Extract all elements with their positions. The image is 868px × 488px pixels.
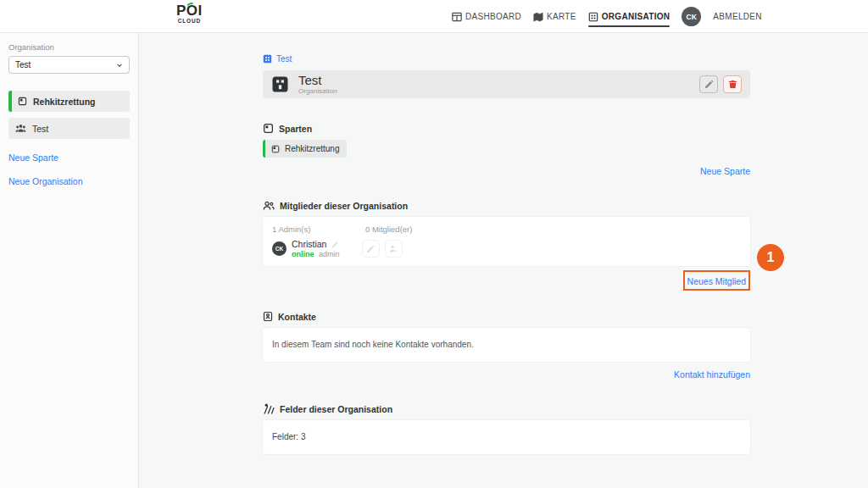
organisation-actions	[699, 75, 742, 93]
member-edit-hint-icon	[331, 241, 339, 248]
members-icon	[263, 201, 275, 211]
remove-member-button[interactable]	[385, 240, 403, 258]
fields-heading: Felder dieser Organisation	[263, 403, 750, 414]
members-card: 1 Admin(s) 0 Mitglied(er) CK Christian o…	[263, 217, 750, 266]
pencil-icon	[704, 80, 714, 89]
contacts-empty-text: In diesem Team sind noch keine Kontakte …	[272, 336, 741, 354]
main-content: Test Test Organisation Sparten	[263, 33, 750, 454]
sparte-chip-label: Rehkitzrettung	[285, 144, 339, 153]
kontakt-hinzufuegen-link[interactable]: Kontakt hinzufügen	[674, 369, 750, 380]
person-remove-icon	[389, 245, 398, 253]
pencil-icon	[366, 245, 375, 253]
annotation-highlight: Neues Mitglied	[683, 270, 750, 291]
team-icon	[15, 124, 26, 133]
organisation-header-text: Test Organisation	[298, 74, 337, 95]
member-counts: 1 Admin(s) 0 Mitglied(er)	[272, 225, 741, 234]
sidebar-organisation-label: Organisation	[8, 42, 130, 52]
breadcrumb-label: Test	[276, 54, 292, 64]
top-navigation: DASHBOARD KARTE ORGANISATION CK ABMELDEN	[452, 0, 762, 33]
edit-organisation-button[interactable]	[699, 75, 718, 93]
nav-karte-label: KARTE	[547, 12, 576, 21]
sidebar-neue-sparte-link[interactable]: Neue Sparte	[8, 152, 130, 163]
member-name: Christian	[292, 239, 326, 250]
contact-icon	[263, 311, 273, 322]
sidebar-item-label: Test	[32, 124, 48, 134]
organisation-title: Test	[298, 74, 337, 86]
fields-summary: Felder: 3	[272, 428, 741, 446]
sidebar-item-test[interactable]: Test	[8, 118, 130, 139]
organisation-icon	[271, 75, 289, 93]
sparte-icon	[271, 145, 280, 153]
member-count: 0 Mitglied(er)	[365, 225, 412, 234]
organisation-icon	[588, 12, 598, 22]
members-heading: Mitglieder dieser Organisation	[263, 201, 750, 211]
app-logo[interactable]: POI CLOUD	[176, 3, 203, 25]
logo-subtitle: CLOUD	[176, 19, 203, 25]
contacts-card: In diesem Team sind noch keine Kontakte …	[263, 328, 750, 362]
chevron-down-icon	[116, 62, 123, 69]
sparte-chip-rehkitzrettung[interactable]: Rehkitzrettung	[263, 140, 347, 158]
neues-mitglied-link[interactable]: Neues Mitglied	[687, 276, 746, 286]
member-role: admin	[319, 250, 340, 258]
fields-heading-label: Felder dieser Organisation	[280, 404, 392, 414]
contacts-heading: Kontakte	[263, 311, 750, 322]
neue-sparte-link[interactable]: Neue Sparte	[700, 166, 750, 176]
sidebar-neue-organisation-link[interactable]: Neue Organisation	[8, 176, 130, 186]
user-avatar[interactable]: CK	[682, 7, 701, 26]
nav-karte[interactable]: KARTE	[533, 0, 576, 33]
sparte-icon	[18, 97, 27, 106]
members-heading-label: Mitglieder dieser Organisation	[280, 201, 408, 211]
edit-member-button[interactable]	[362, 240, 380, 258]
member-avatar: CK	[272, 241, 287, 256]
logo-text-wrap: POI	[176, 3, 203, 18]
fields-card: Felder: 3	[263, 420, 750, 454]
sparte-icon	[263, 123, 274, 134]
contacts-heading-label: Kontakte	[278, 312, 316, 322]
nav-dashboard-label: DASHBOARD	[465, 12, 521, 21]
sidebar-item-label: Rehkitzrettung	[33, 97, 96, 107]
sidebar: Organisation Test Rehkitzrettung Test Ne…	[0, 33, 139, 488]
nav-abmelden-label: ABMELDEN	[713, 12, 761, 21]
sparten-heading-label: Sparten	[279, 124, 312, 134]
nav-abmelden[interactable]: ABMELDEN	[713, 0, 761, 33]
sparten-heading: Sparten	[263, 123, 750, 134]
organisation-select[interactable]: Test	[8, 56, 130, 74]
breadcrumb[interactable]: Test	[263, 54, 750, 64]
delete-organisation-button[interactable]	[723, 75, 742, 93]
sidebar-item-rehkitzrettung[interactable]: Rehkitzrettung	[8, 91, 130, 112]
member-actions	[362, 240, 403, 258]
organisation-icon	[263, 54, 272, 64]
member-status: online	[292, 250, 314, 258]
organisation-header-card: Test Organisation	[263, 70, 750, 98]
nav-organisation-label: ORGANISATION	[602, 12, 670, 21]
member-row: CK Christian online admin	[272, 239, 741, 258]
trash-icon	[728, 80, 737, 89]
map-icon	[533, 12, 543, 22]
annotation-badge-1: 1	[757, 244, 784, 271]
nav-organisation[interactable]: ORGANISATION	[588, 0, 670, 33]
organisation-select-value: Test	[15, 60, 31, 69]
topbar: POI CLOUD DASHBOARD KARTE ORG	[0, 0, 868, 33]
nav-dashboard[interactable]: DASHBOARD	[452, 0, 521, 33]
field-icon	[263, 403, 275, 414]
member-info: Christian online admin	[292, 239, 340, 258]
organisation-subtitle: Organisation	[298, 88, 337, 95]
admin-count: 1 Admin(s)	[272, 225, 365, 234]
dashboard-icon	[452, 12, 462, 22]
